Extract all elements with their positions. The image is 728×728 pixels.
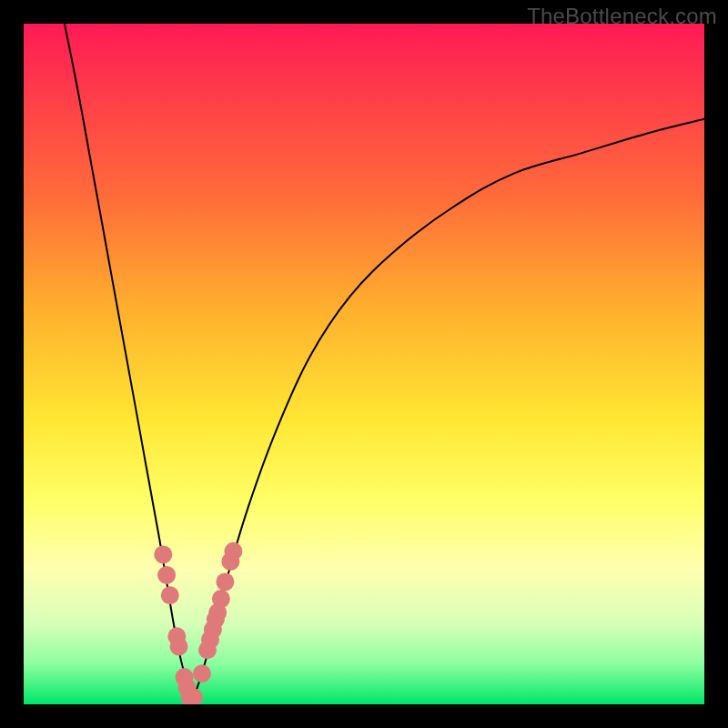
- data-marker: [154, 545, 172, 563]
- data-marker: [161, 586, 179, 604]
- data-marker: [224, 542, 242, 561]
- data-marker: [212, 590, 230, 608]
- data-marker: [193, 664, 211, 682]
- curve-right-branch: [191, 119, 704, 704]
- chart-plot-area: [24, 24, 704, 704]
- data-marker: [170, 637, 188, 655]
- marker-group: [154, 542, 242, 704]
- data-marker: [216, 572, 234, 591]
- chart-svg: [24, 24, 704, 704]
- data-marker: [157, 566, 176, 584]
- watermark-text: TheBottleneck.com: [527, 4, 717, 29]
